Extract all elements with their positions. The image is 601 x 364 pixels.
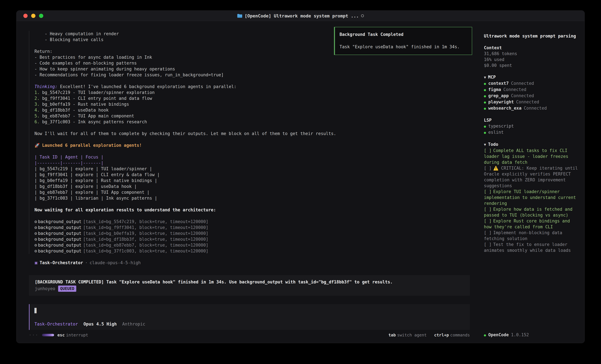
input-footer: Task-Orchestrator Opus 4.5 High Anthropi… [34, 321, 465, 327]
lsp-item: ●typescript [484, 123, 580, 129]
app-name: OpenCode [488, 332, 509, 338]
tool-call-line: ⚙background_output[task_id=bg_b0effa19, … [34, 230, 470, 236]
spinner-dots: ··· [29, 333, 39, 337]
todo-section: ▼Todo [ ]Complete ALL tasks to fix CLI l… [484, 141, 580, 253]
wait-text: Now I'll wait for all of them to complet… [34, 131, 470, 136]
agent-list-number: 2. [34, 96, 40, 101]
mcp-status: Connected [511, 93, 534, 99]
mcp-section: ▼MCP ●context7Connected ●figmaConnected … [484, 74, 580, 111]
terminal-line: - Code examples of non-blocking patterns [34, 60, 470, 66]
main-pane: Background Task Completed Task "Explore … [17, 21, 476, 343]
thinking-label: Thinking: [34, 84, 58, 89]
app-window: [OpenCode] Ultrawork mode system prompt … [16, 10, 585, 343]
collapse-triangle-icon: ▼ [484, 142, 486, 148]
mcp-status: Connected [524, 105, 547, 111]
tool-call-line: ⚙background_output[task_id=bg_f9ff3041, … [34, 225, 470, 230]
table-row: | bg_37f1c003 | librarian | Ink async pa… [34, 195, 470, 201]
zoom-button[interactable] [39, 14, 43, 18]
traffic-lights [23, 14, 43, 18]
tab-key-hint: tab [388, 333, 396, 337]
todo-checkbox: [ ] [484, 189, 491, 194]
tool-args: [task_id=bg_f9ff3041, block=true, timeou… [83, 225, 208, 230]
prompt-input-editor[interactable]: ▊ Task-Orchestrator Opus 4.5 High Anthro… [29, 304, 470, 330]
todo-item: [ ]Explore TUI loader/spinner implementa… [484, 189, 580, 206]
gear-icon: ⚙ [34, 225, 37, 230]
status-dot-icon: ● [484, 99, 486, 105]
context-heading: Context [484, 45, 580, 51]
ctrlp-key-label: commands [450, 333, 470, 337]
mcp-heading-label: MCP [488, 74, 496, 80]
window-title: [OpenCode] Ultrawork mode system prompt … [237, 13, 364, 18]
status-dot-icon: ● [484, 87, 486, 93]
mcp-name: figma [488, 86, 501, 93]
table-separator-row: |---------|-------|-------| [34, 160, 470, 166]
sidebar: Ultrawork mode system prompt parsing Con… [476, 21, 584, 343]
completed-task-text: [BACKGROUND TASK COMPLETED] Task "Explor… [35, 279, 464, 285]
todo-heading[interactable]: ▼Todo [484, 141, 580, 148]
rocket-icon: 🚀 [34, 143, 40, 148]
message-block: - Heavy computation in render - Blocking… [29, 31, 470, 254]
status-dot-icon: ● [484, 93, 486, 99]
agent-list-number: 3. [34, 102, 40, 107]
tool-name: background_output [38, 237, 81, 242]
lsp-section: LSP ●typescript ●eslint [484, 117, 580, 135]
status-dot-icon: ● [484, 124, 486, 129]
agent-list-text: bg_37f1c003 - Ink async patterns researc… [40, 119, 147, 124]
agent-list-number: 1. [34, 90, 40, 95]
orchestrator-line: ▣Task-Orchestrator·claude-opus-4-5-high [35, 260, 470, 266]
mcp-name: grep_app [488, 93, 509, 99]
status-dot-icon: ● [484, 81, 486, 86]
agent-name: Task-Orchestrator [34, 321, 78, 327]
status-dot-icon: ● [484, 130, 486, 135]
notification-body: Task "Explore useData hook" finished in … [340, 44, 467, 50]
tool-args: [task_id=bg_b0effa19, block=true, timeou… [83, 231, 208, 236]
terminal-line: - Recommendations for fixing loader free… [34, 72, 470, 78]
completed-task-banner: [BACKGROUND TASK COMPLETED] Task "Explor… [29, 275, 470, 296]
window-title-text: [OpenCode] Ultrawork mode system prompt … [245, 13, 359, 18]
folder-icon [237, 14, 242, 18]
thinking-text: Excellent! I've launched 6 background ex… [58, 84, 237, 89]
mcp-status: Connected [503, 86, 526, 93]
background-task-notification: Background Task Completed Task "Explore … [334, 27, 472, 55]
todo-text: Explore how data is fetched and passed t… [484, 207, 572, 218]
ctrlp-key-hint: ctrl+p [434, 333, 449, 337]
user-name: junhoyeo [35, 286, 55, 292]
status-dot-icon: ● [484, 332, 486, 338]
agent-list-item: 3. bg_b0effa19 - Rust native bindings [34, 101, 470, 107]
minimize-button[interactable] [31, 14, 35, 18]
agent-list-number: 6. [34, 119, 40, 124]
terminal-line: - Best practices for async data loading … [34, 54, 470, 60]
launch-banner: 🚀Launched 6 parallel exploration agents! [34, 142, 470, 148]
context-tokens: 31,686 tokens [484, 51, 580, 57]
mcp-heading[interactable]: ▼MCP [484, 74, 580, 80]
agent-list-number: 4. [34, 108, 40, 113]
agent-list-item: 2. bg_f9ff3041 - CLI entry point and dat… [34, 96, 470, 101]
table-row: | bg_df18bb3f | explore | useData hook | [34, 183, 470, 189]
gear-icon: ⚙ [34, 231, 37, 236]
app-version: 1.0.152 [511, 332, 529, 338]
titlebar: [OpenCode] Ultrawork mode system prompt … [17, 11, 584, 21]
waiting-heading: Now waiting for all exploration results … [34, 207, 470, 213]
agent-list-item: 4. bg_df18bb3f - useData hook [34, 107, 470, 113]
lsp-item: ●eslint [484, 129, 580, 135]
queued-badge: QUEUED [58, 286, 76, 292]
table-row: | bg_5547c219 | explore | TUI loader/spi… [34, 166, 470, 172]
agent-list-item: 5. bg_eb87ebb7 - TUI App main component [34, 113, 470, 119]
todo-item: [ ]Complete ALL tasks to fix CLI loader … [484, 148, 580, 165]
todo-checkbox: [ ] [484, 166, 491, 171]
todo-text: Test the fix to ensure loader animates s… [484, 242, 571, 253]
todo-text: Implement non-blocking data fetching sol… [484, 230, 562, 241]
gear-icon: ⚙ [34, 237, 37, 242]
gear-icon: ⚙ [34, 243, 37, 248]
todo-heading-label: Todo [488, 141, 498, 147]
tool-args: [task_id=bg_df18bb3f, block=true, timeou… [83, 237, 208, 242]
mcp-name: playwright [488, 99, 514, 105]
tool-args: [task_id=bg_5547c219, block=true, timeou… [83, 219, 208, 224]
todo-item: [ ]Explore Rust core bindings and how th… [484, 218, 580, 230]
collapse-triangle-icon: ▼ [484, 75, 486, 80]
todo-item: [ ]Explore how data is fetched and passe… [484, 206, 580, 218]
close-button[interactable] [23, 14, 28, 18]
mcp-name: websearch_exa [488, 105, 522, 111]
gear-icon: ⚙ [34, 249, 37, 253]
progress-circle-icon [361, 14, 364, 17]
